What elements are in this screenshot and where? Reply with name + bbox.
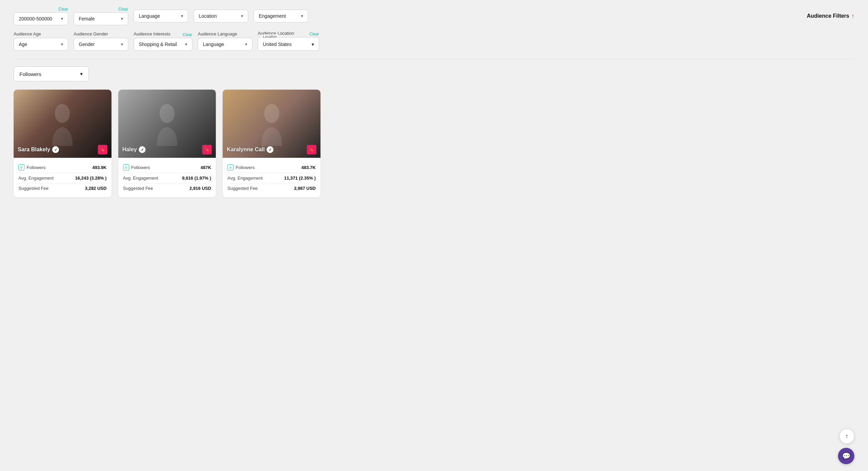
influencer-card-1: Haley ✓ 🔖 ◎ Followers 487K Avg. Engageme… [118, 90, 216, 197]
page-wrapper: Clear 200000-500000 ▾ Clear Female ▾ Lan… [0, 0, 868, 204]
scroll-top-icon: ↑ [845, 433, 849, 440]
audience-gender-group: Audience Gender Gender ▾ [74, 31, 128, 51]
audience-gender-select[interactable]: Gender ▾ [74, 38, 128, 51]
gender-value: Female [79, 16, 95, 21]
instagram-icon-haley: ◎ [123, 164, 129, 170]
verified-icon-karalynne: ✓ [267, 146, 273, 153]
card-image-karalynne: Karalynne Call ✓ 🔖 [223, 90, 320, 158]
chat-button[interactable]: 💬 [838, 448, 854, 464]
svg-point-0 [55, 104, 70, 123]
bookmark-btn-karalynne[interactable]: 🔖 [307, 145, 316, 154]
card-stats-sara: ◎ Followers 493.9K Avg. Engagement 16,24… [14, 158, 111, 197]
engagement-value: Engagement [259, 13, 286, 19]
audience-filters-up-arrow: ↑ [851, 13, 854, 20]
audience-age-label: Audience Age [14, 31, 68, 36]
gender-select[interactable]: Female ▾ [74, 12, 128, 25]
fee-label-haley: Suggested Fee [123, 186, 153, 191]
location-select[interactable]: Location ▾ [194, 10, 248, 22]
sort-arrow: ▾ [80, 71, 83, 77]
audience-location-floating-label: Location [261, 34, 279, 39]
verified-icon-haley: ✓ [139, 146, 146, 153]
audience-age-select[interactable]: Age ▾ [14, 38, 68, 51]
scroll-top-button[interactable]: ↑ [839, 429, 854, 444]
audience-language-value: Language [203, 42, 224, 47]
fee-label-karalynne: Suggested Fee [227, 186, 257, 191]
audience-gender-value: Gender [79, 42, 95, 47]
followers-value-sara: 493.9K [92, 165, 107, 170]
engagement-row-karalynne: Avg. Engagement 11,371 (2.35% ) [227, 173, 316, 183]
location-value: Location [199, 13, 217, 19]
followers-range-select[interactable]: 200000-500000 ▾ [14, 12, 68, 25]
audience-location-value-row: United States ▾ [263, 42, 314, 47]
card-name-karalynne: Karalynne Call ✓ [227, 146, 273, 153]
audience-filters-text: Audience Filters [807, 13, 849, 19]
audience-gender-arrow: ▾ [121, 42, 123, 47]
audience-language-select[interactable]: Language ▾ [198, 38, 252, 51]
filter-row-2: Audience Age Age ▾ Audience Gender Gende… [14, 31, 854, 51]
card-stats-haley: ◎ Followers 487K Avg. Engagement 9,616 (… [118, 158, 216, 197]
engagement-value-sara: 16,243 (3.28% ) [75, 176, 107, 181]
instagram-icon-karalynne: ◎ [227, 164, 234, 170]
engagement-group: Engagement ▾ [254, 10, 308, 22]
followers-value-haley: 487K [200, 165, 211, 170]
audience-filters-label[interactable]: Audience Filters ↑ [807, 13, 854, 20]
influencer-cards-grid: Sara Blakely ✓ 🔖 ◎ Followers 493.9K Avg.… [14, 90, 320, 197]
fee-value-sara: 3,282 USD [85, 186, 107, 191]
gender-group: Clear Female ▾ [74, 7, 128, 25]
influencer-card-2: Karalynne Call ✓ 🔖 ◎ Followers 483.7K Av… [223, 90, 320, 197]
card-name-sara: Sara Blakely ✓ [18, 146, 59, 153]
clear-followers-link[interactable]: Clear [58, 7, 68, 12]
chat-icon: 💬 [842, 452, 851, 460]
audience-interests-select[interactable]: Shopping & Retail ▾ [134, 38, 192, 51]
followers-label-sara: ◎ Followers [18, 164, 46, 170]
fee-row-haley: Suggested Fee 2,916 USD [123, 183, 211, 193]
bookmark-btn-haley[interactable]: 🔖 [202, 145, 212, 154]
audience-location-select[interactable]: Location United States ▾ [258, 37, 319, 51]
followers-range-value: 200000-500000 [19, 16, 52, 21]
verified-icon-sara: ✓ [52, 146, 59, 153]
audience-age-arrow: ▾ [61, 42, 63, 47]
sort-select[interactable]: Followers ▾ [14, 66, 89, 81]
followers-value-karalynne: 483.7K [301, 165, 316, 170]
engagement-label-karalynne: Avg. Engagement [227, 176, 263, 181]
fee-row-sara: Suggested Fee 3,282 USD [18, 183, 107, 193]
audience-age-value: Age [19, 42, 27, 47]
language-arrow: ▾ [181, 14, 183, 18]
fee-label-sara: Suggested Fee [18, 186, 48, 191]
sort-row: Followers ▾ [14, 66, 854, 81]
clear-interests-link[interactable]: Clear [182, 32, 192, 37]
followers-row-sara: ◎ Followers 493.9K [18, 162, 107, 173]
engagement-select[interactable]: Engagement ▾ [254, 10, 308, 22]
audience-location-value: United States [263, 42, 291, 47]
engagement-row-haley: Avg. Engagement 9,616 (1.97% ) [123, 173, 211, 183]
fee-row-karalynne: Suggested Fee 2,987 USD [227, 183, 316, 193]
engagement-row-sara: Avg. Engagement 16,243 (3.28% ) [18, 173, 107, 183]
language-group: Language ▾ [134, 10, 188, 22]
card-name-row-karalynne: Karalynne Call ✓ 🔖 [227, 145, 316, 154]
followers-range-group: Clear 200000-500000 ▾ [14, 7, 68, 25]
audience-interests-group: Audience Interests Clear Shopping & Reta… [134, 31, 192, 51]
audience-gender-label: Audience Gender [74, 31, 128, 36]
bookmark-btn-sara[interactable]: 🔖 [98, 145, 107, 154]
audience-location-arrow: ▾ [312, 42, 314, 47]
engagement-value-karalynne: 11,371 (2.35% ) [284, 176, 316, 181]
instagram-icon-sara: ◎ [18, 164, 25, 170]
card-image-sara: Sara Blakely ✓ 🔖 [14, 90, 111, 158]
card-name-row-haley: Haley ✓ 🔖 [122, 145, 212, 154]
audience-age-group: Audience Age Age ▾ [14, 31, 68, 51]
clear-gender-link[interactable]: Clear [118, 7, 128, 12]
svg-point-2 [264, 104, 279, 123]
audience-interests-label: Audience Interests [134, 31, 170, 36]
card-image-haley: Haley ✓ 🔖 [118, 90, 216, 158]
filter-row-1: Clear 200000-500000 ▾ Clear Female ▾ Lan… [14, 7, 854, 25]
gender-arrow: ▾ [121, 16, 123, 21]
audience-interests-value: Shopping & Retail [139, 42, 177, 47]
influencer-card-0: Sara Blakely ✓ 🔖 ◎ Followers 493.9K Avg.… [14, 90, 111, 197]
language-select[interactable]: Language ▾ [134, 10, 188, 22]
engagement-label-haley: Avg. Engagement [123, 176, 158, 181]
fee-value-karalynne: 2,987 USD [294, 186, 316, 191]
clear-location-link[interactable]: Clear [309, 32, 319, 36]
engagement-arrow: ▾ [301, 14, 303, 18]
svg-point-1 [160, 104, 175, 123]
section-divider [14, 59, 854, 60]
